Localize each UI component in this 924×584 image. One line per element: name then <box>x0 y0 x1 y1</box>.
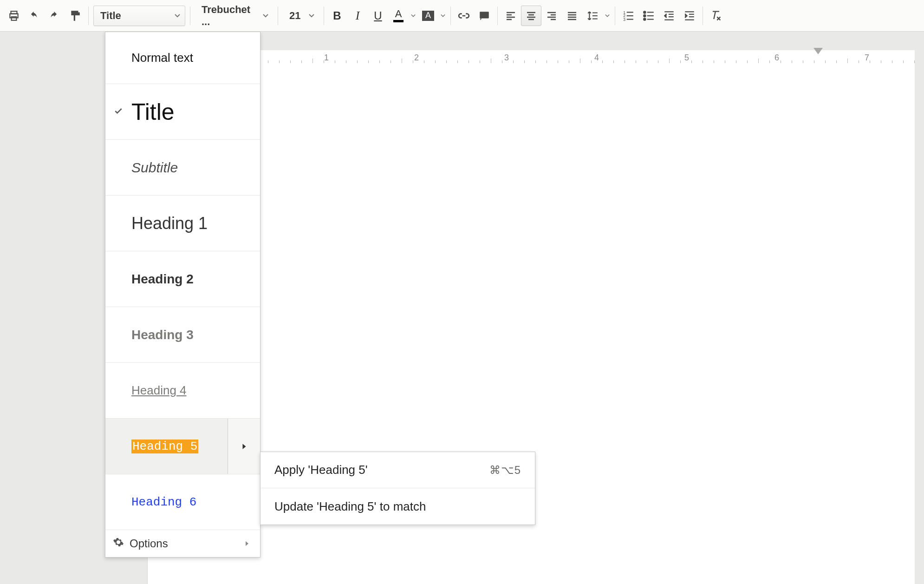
increase-indent-button[interactable] <box>679 6 700 26</box>
ruler-tick <box>335 60 335 63</box>
submenu-arrow[interactable] <box>228 419 260 474</box>
ruler-tick <box>513 60 514 63</box>
ruler-tick <box>625 60 625 63</box>
right-indent-marker[interactable] <box>813 48 823 54</box>
ruler-tick <box>825 60 826 63</box>
align-center-button[interactable] <box>521 6 541 26</box>
styles-dropdown: Normal text Title Subtitle Heading 1 Hea… <box>105 32 260 558</box>
underline-button[interactable]: U <box>368 6 388 26</box>
toolbar-separator <box>324 7 324 25</box>
toolbar-separator <box>703 7 703 25</box>
ruler-tick <box>836 60 837 63</box>
highlight-caret[interactable] <box>438 6 448 26</box>
italic-button[interactable]: I <box>347 6 368 26</box>
ruler-tick <box>636 60 636 63</box>
ruler-tick <box>658 60 658 63</box>
ruler-tick <box>324 60 324 63</box>
style-item-label: Heading 2 <box>131 272 194 287</box>
ruler-tick <box>379 60 380 63</box>
caret-down-icon <box>263 14 268 18</box>
highlight-button[interactable]: A <box>418 6 438 26</box>
styles-select[interactable]: Title <box>93 6 185 26</box>
submenu-update-label: Update 'Heading 5' to match <box>274 499 426 514</box>
ruler-tick <box>602 60 603 63</box>
style-item-normal-text[interactable]: Normal text <box>105 32 260 84</box>
numbered-list-button[interactable]: 123 <box>618 6 638 26</box>
style-item-label: Heading 1 <box>131 214 208 233</box>
ruler[interactable]: 1 2 3 4 5 6 7 <box>147 50 915 64</box>
font-size-select[interactable]: 21 <box>283 6 319 26</box>
style-item-heading-2[interactable]: Heading 2 <box>105 251 260 307</box>
style-item-label: Heading 5 <box>131 440 198 453</box>
ruler-tick <box>457 60 458 63</box>
text-color-button[interactable]: A <box>388 6 409 26</box>
ruler-tick <box>301 60 302 63</box>
ruler-tick <box>268 60 268 63</box>
font-select[interactable]: Trebuchet ... <box>195 6 273 26</box>
bold-button[interactable]: B <box>327 6 347 26</box>
toolbar-separator <box>88 7 89 25</box>
style-item-heading-4[interactable]: Heading 4 <box>105 363 260 419</box>
style-options[interactable]: Options <box>105 530 260 557</box>
ruler-tick <box>814 60 814 63</box>
ruler-tick <box>368 60 369 63</box>
style-item-label: Title <box>131 98 175 125</box>
style-item-heading-6[interactable]: Heading 6 <box>105 474 260 530</box>
redo-button[interactable] <box>45 6 65 26</box>
check-icon <box>114 106 123 118</box>
decrease-indent-button[interactable] <box>659 6 679 26</box>
ruler-number: 5 <box>684 53 689 63</box>
ruler-tick <box>446 60 447 63</box>
line-spacing-button[interactable] <box>582 6 603 26</box>
insert-link-button[interactable] <box>454 6 474 26</box>
style-item-label: Heading 4 <box>131 383 187 398</box>
insert-comment-button[interactable] <box>474 6 495 26</box>
caret-down-icon <box>309 14 314 18</box>
ruler-tick <box>413 60 413 63</box>
clear-formatting-button[interactable] <box>706 6 726 26</box>
undo-button[interactable] <box>24 6 45 26</box>
heading5-submenu: Apply 'Heading 5' ⌘⌥5 Update 'Heading 5'… <box>260 452 535 525</box>
text-color-caret[interactable] <box>409 6 418 26</box>
ruler-number: 3 <box>504 53 509 63</box>
ruler-number: 7 <box>865 53 869 63</box>
ruler-tick <box>312 59 313 63</box>
ruler-tick <box>680 60 681 63</box>
submenu-update-heading5[interactable]: Update 'Heading 5' to match <box>260 488 535 525</box>
ruler-tick <box>792 60 792 63</box>
ruler-tick <box>870 60 870 63</box>
ruler-tick <box>580 59 580 63</box>
bulleted-list-button[interactable] <box>638 6 659 26</box>
ruler-tick <box>480 60 480 63</box>
ruler-tick <box>859 60 859 63</box>
style-item-heading-5[interactable]: Heading 5 <box>105 419 260 474</box>
print-button[interactable] <box>4 6 24 26</box>
style-item-heading-3[interactable]: Heading 3 <box>105 307 260 363</box>
style-item-heading-1[interactable]: Heading 1 <box>105 196 260 251</box>
align-right-button[interactable] <box>541 6 562 26</box>
ruler-tick <box>346 60 346 63</box>
align-justify-button[interactable] <box>562 6 582 26</box>
ruler-tick <box>669 59 670 63</box>
style-item-subtitle[interactable]: Subtitle <box>105 140 260 196</box>
ruler-tick <box>435 60 436 63</box>
ruler-tick <box>290 60 291 63</box>
ruler-tick <box>903 60 904 63</box>
ruler-number: 4 <box>594 53 599 63</box>
ruler-number: 1 <box>324 53 329 63</box>
style-item-title[interactable]: Title <box>105 84 260 140</box>
ruler-tick <box>279 60 280 63</box>
line-spacing-caret[interactable] <box>603 6 612 26</box>
paint-format-button[interactable] <box>65 6 85 26</box>
ruler-tick <box>703 60 703 63</box>
toolbar-separator <box>278 7 278 25</box>
submenu-apply-shortcut: ⌘⌥5 <box>489 464 521 477</box>
ruler-tick <box>914 60 915 63</box>
submenu-apply-heading5[interactable]: Apply 'Heading 5' ⌘⌥5 <box>260 452 535 488</box>
ruler-tick <box>491 59 491 63</box>
svg-point-27 <box>644 11 645 13</box>
ruler-tick <box>725 60 725 63</box>
toolbar-separator <box>615 7 615 25</box>
svg-point-31 <box>644 18 645 20</box>
align-left-button[interactable] <box>501 6 521 26</box>
